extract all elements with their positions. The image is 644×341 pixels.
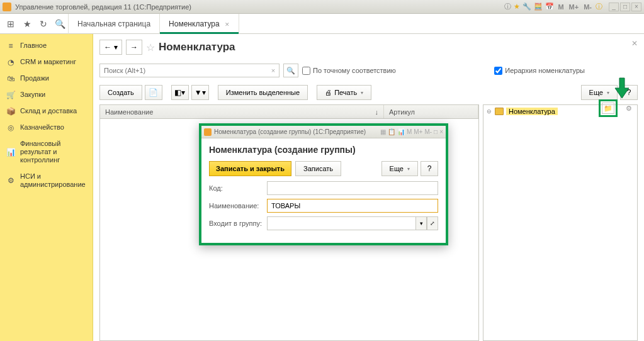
tree-panel: ⊖ Номенклатура bbox=[483, 104, 638, 341]
sidebar-label: Закупки bbox=[20, 91, 45, 99]
dialog-header: Номенклатура (создание группы) bbox=[209, 145, 438, 155]
sidebar-item-crm[interactable]: ◔CRM и маркетинг bbox=[0, 54, 93, 70]
col-name[interactable]: Наименование↓ bbox=[100, 105, 384, 118]
sidebar: ≡Главное ◔CRM и маркетинг 🛍Продажи 🛒Заку… bbox=[0, 34, 93, 341]
titlebar-icons: ⓘ ★ 🔧 🧮 📅 M M+ M- ⓘ _ □ × bbox=[504, 2, 641, 11]
dialog-more-btn[interactable]: Еще bbox=[381, 161, 418, 176]
search-clear-icon[interactable]: × bbox=[268, 64, 279, 77]
filter-btn[interactable]: ▼▾ bbox=[191, 85, 209, 100]
exact-match-label: По точному соответствию bbox=[313, 67, 396, 74]
window-titlebar: Управление торговлей, редакция 11 (1С:Пр… bbox=[0, 0, 644, 14]
change-selected-btn[interactable]: Изменить выделенные bbox=[218, 85, 308, 100]
group-dropdown-btn[interactable]: ▾ bbox=[415, 216, 427, 230]
hierarchy-checkbox[interactable] bbox=[494, 67, 502, 75]
sidebar-item-warehouse[interactable]: 📦Склад и доставка bbox=[0, 103, 93, 120]
fav-star-icon[interactable]: ☆ bbox=[146, 42, 155, 53]
search-box: × bbox=[99, 64, 280, 77]
calc-icon[interactable]: 🧮 bbox=[534, 3, 543, 11]
m-plus-btn[interactable]: M+ bbox=[568, 3, 580, 11]
info-icon[interactable]: ⓘ bbox=[504, 2, 511, 11]
sidebar-item-treasury[interactable]: ◎Казначейство bbox=[0, 120, 93, 136]
table-header: Наименование↓ Артикул bbox=[100, 105, 478, 119]
window-title: Управление торговлей, редакция 11 (1С:Пр… bbox=[15, 3, 504, 11]
code-input[interactable] bbox=[267, 181, 438, 195]
tab-close-icon[interactable]: ✕ bbox=[225, 21, 230, 28]
dialog-titlebar: Номенклатура (создание группы) (1С:Предп… bbox=[201, 126, 446, 138]
dlg-mp[interactable]: M+ bbox=[414, 128, 422, 135]
dlg-m[interactable]: M bbox=[407, 128, 412, 135]
tool-icon[interactable]: 🔧 bbox=[523, 3, 531, 11]
m-btn[interactable]: M bbox=[556, 3, 565, 11]
dlg-max-icon[interactable]: □ bbox=[434, 128, 438, 135]
group-label: Входит в группу: bbox=[209, 220, 262, 227]
search-top-icon[interactable]: 🔍 bbox=[52, 16, 68, 32]
bag-icon: 🛍 bbox=[6, 74, 15, 83]
save-close-btn[interactable]: Записать и закрыть bbox=[209, 161, 291, 176]
dialog-app-icon bbox=[204, 128, 212, 136]
create-group-dialog: Номенклатура (создание группы) (1С:Предп… bbox=[199, 123, 448, 245]
sidebar-item-finance[interactable]: 📊Финансовый результат и контроллинг bbox=[0, 136, 93, 169]
sidebar-item-purchases[interactable]: 🛒Закупки bbox=[0, 87, 93, 103]
history-icon[interactable]: ↻ bbox=[35, 16, 52, 32]
favorite-icon[interactable]: ★ bbox=[19, 16, 35, 32]
folder-icon bbox=[495, 108, 504, 115]
col-article[interactable]: Артикул bbox=[384, 105, 478, 118]
gear-icon: ⚙ bbox=[6, 176, 15, 185]
sidebar-label: НСИ и администрирование bbox=[20, 172, 86, 189]
settings-btn[interactable]: ⚙ bbox=[621, 101, 636, 115]
group-open-btn[interactable]: ⤢ bbox=[427, 216, 438, 230]
add-group-btn[interactable]: 📁 bbox=[602, 103, 614, 114]
tree-label: Номенклатура bbox=[506, 108, 558, 115]
box-icon: 📦 bbox=[6, 107, 15, 116]
help-icon[interactable]: ⓘ bbox=[596, 2, 602, 11]
sidebar-label: CRM и маркетинг bbox=[20, 58, 76, 66]
sidebar-label: Казначейство bbox=[20, 123, 64, 131]
dlg-icon1[interactable]: ▦ bbox=[380, 128, 386, 135]
tab-nomenclature[interactable]: Номенклатура✕ bbox=[160, 14, 239, 34]
print-label: Печать bbox=[334, 89, 357, 96]
dlg-close-icon[interactable]: × bbox=[439, 128, 443, 135]
m-minus-btn[interactable]: M- bbox=[582, 3, 593, 11]
toolbar: Создать 📄 ◧▾ ▼▾ Изменить выделенные 🖨 Пе… bbox=[99, 84, 638, 101]
dlg-mm[interactable]: M- bbox=[424, 128, 432, 135]
sidebar-item-admin[interactable]: ⚙НСИ и администрирование bbox=[0, 169, 93, 193]
apps-icon[interactable]: ⊞ bbox=[3, 16, 19, 32]
dlg-icon2[interactable]: 📋 bbox=[388, 128, 395, 135]
group-btn[interactable]: ◧▾ bbox=[171, 85, 189, 100]
maximize-btn[interactable]: □ bbox=[620, 3, 630, 11]
tree-collapse-icon[interactable]: ⊖ bbox=[486, 108, 492, 115]
create-btn[interactable]: Создать bbox=[99, 85, 142, 100]
sidebar-item-sales[interactable]: 🛍Продажи bbox=[0, 70, 93, 87]
cart-icon: 🛒 bbox=[6, 91, 15, 99]
sidebar-label: Главное bbox=[20, 42, 47, 50]
name-input[interactable] bbox=[267, 199, 438, 213]
group-input[interactable] bbox=[267, 216, 415, 230]
code-label: Код: bbox=[209, 184, 262, 192]
print-btn[interactable]: 🖨 Печать bbox=[317, 85, 371, 100]
sidebar-label: Склад и доставка bbox=[20, 107, 77, 115]
top-tab-bar: ⊞ ★ ↻ 🔍 Начальная страница Номенклатура✕ bbox=[0, 14, 644, 34]
nav-back-btn[interactable]: ← ▾ bbox=[99, 40, 122, 55]
search-input[interactable] bbox=[100, 64, 268, 77]
sidebar-label: Финансовый результат и контроллинг bbox=[20, 140, 86, 165]
star-icon[interactable]: ★ bbox=[514, 3, 520, 11]
page-close-icon[interactable]: ✕ bbox=[631, 39, 638, 48]
name-label: Наименование: bbox=[209, 202, 262, 210]
exact-match-checkbox[interactable] bbox=[302, 67, 310, 75]
nav-fwd-btn[interactable]: → bbox=[126, 40, 142, 55]
chart-icon: 📊 bbox=[6, 148, 15, 157]
copy-btn[interactable]: 📄 bbox=[145, 85, 162, 100]
page-header: ← ▾ → ☆ Номенклатура bbox=[99, 38, 638, 57]
search-go-btn[interactable]: 🔍 bbox=[283, 64, 298, 77]
search-row: × 🔍 По точному соответствию Иерархия ном… bbox=[99, 63, 638, 78]
close-btn[interactable]: × bbox=[631, 3, 641, 11]
tab-home[interactable]: Начальная страница bbox=[68, 14, 160, 34]
sidebar-item-main[interactable]: ≡Главное bbox=[0, 38, 93, 54]
dlg-icon3[interactable]: 📊 bbox=[397, 128, 405, 135]
save-btn[interactable]: Записать bbox=[295, 161, 341, 176]
minimize-btn[interactable]: _ bbox=[609, 3, 619, 11]
menu-icon: ≡ bbox=[6, 42, 15, 50]
cal-icon[interactable]: 📅 bbox=[545, 3, 554, 11]
dialog-help-btn[interactable]: ? bbox=[421, 161, 438, 176]
sort-icon: ↓ bbox=[375, 105, 379, 118]
